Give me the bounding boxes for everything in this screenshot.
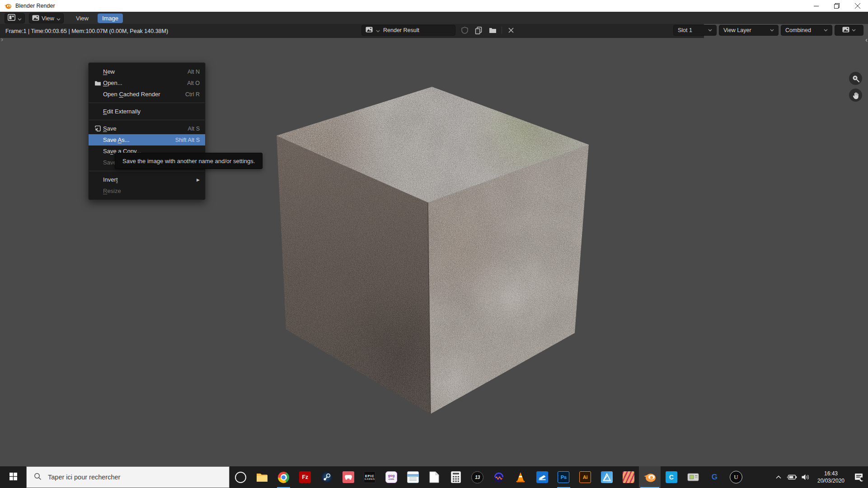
tooltip-text: Save the image with another name and/or …	[122, 158, 255, 164]
render-pass-label: Combined	[785, 27, 811, 33]
menu-view[interactable]: View	[71, 14, 93, 23]
taskbar-app-gog[interactable]: gogcom	[380, 466, 402, 488]
menu-item-resize: Resize	[89, 185, 205, 197]
menu-item-new[interactable]: New Alt N	[89, 66, 205, 77]
zoom-button[interactable]	[849, 72, 862, 85]
taskbar-app-vlc[interactable]	[510, 466, 531, 488]
system-tray: 16:43 20/03/2020	[772, 466, 868, 488]
region-expand-left-icon[interactable]: ›	[1, 35, 3, 43]
image-name: Render Result	[383, 27, 419, 33]
volume-icon[interactable]	[798, 466, 812, 488]
menu-image[interactable]: Image	[98, 14, 123, 23]
taskbar-app-game-controller[interactable]	[338, 466, 359, 488]
chevron-down-icon	[376, 26, 380, 34]
render-pass-dropdown[interactable]: Combined	[781, 25, 832, 36]
view-layer-dropdown[interactable]: View Layer	[719, 25, 779, 36]
image-datablock-field[interactable]: Render Result	[361, 25, 455, 36]
region-collapse-right-icon[interactable]: ‹	[865, 36, 868, 43]
taskbar-app-printer-device[interactable]	[682, 466, 704, 488]
display-mode-label: View	[42, 15, 54, 22]
submenu-arrow-icon: ▶	[197, 178, 200, 182]
menu-item-save[interactable]: Save Alt S	[89, 123, 205, 134]
picture-icon	[842, 27, 849, 34]
tray-time: 16:43	[824, 470, 838, 477]
taskbar-app-explorer[interactable]	[251, 466, 273, 488]
taskbar-app-affinity-designer[interactable]	[596, 466, 618, 488]
action-center-button[interactable]	[850, 466, 868, 488]
display-channels-dropdown[interactable]	[835, 25, 863, 36]
slot-label: Slot 1	[678, 27, 692, 33]
new-image-copy-icon[interactable]	[474, 27, 483, 34]
view-layer-label: View Layer	[723, 27, 751, 33]
tray-date: 20/03/2020	[817, 477, 845, 484]
browse-image-icon	[366, 26, 373, 34]
taskbar-app-chrome[interactable]	[273, 466, 295, 488]
tooltip: Save the image with another name and/or …	[115, 153, 263, 169]
slot-dropdown[interactable]: Slot 1	[673, 25, 717, 36]
image-editor-icon	[8, 14, 15, 23]
divider	[502, 27, 502, 34]
taskbar-app-g-app[interactable]: G	[704, 466, 725, 488]
taskbar-app-filezilla[interactable]: Fz	[294, 466, 316, 488]
menu-separator	[89, 171, 205, 171]
image-viewport[interactable]: › ‹	[0, 38, 868, 466]
taskbar-app-illustrator[interactable]: Ai	[574, 466, 596, 488]
taskbar-app-audacity[interactable]	[488, 466, 510, 488]
folder-icon	[92, 80, 103, 86]
render-info-bar: Frame:1 | Time:00:03.65 | Mem:100.07M (0…	[0, 24, 704, 38]
blender-logo-icon	[4, 3, 12, 9]
battery-icon[interactable]	[785, 466, 798, 488]
menu-item-open-cached-render[interactable]: Open Cached Render Ctrl R	[89, 89, 205, 100]
display-mode-dropdown[interactable]: View	[29, 13, 64, 23]
restore-button[interactable]	[826, 0, 847, 12]
taskbar-app-document[interactable]	[424, 466, 446, 488]
taskbar-app-calculator[interactable]	[445, 466, 467, 488]
start-button[interactable]	[0, 466, 26, 488]
editor-header: View View Image Render Result	[0, 12, 868, 24]
menu-item-open[interactable]: Open... Alt O	[89, 77, 205, 89]
search-input[interactable]	[47, 473, 211, 481]
search-icon	[34, 473, 42, 482]
windows-taskbar: FzEPICGAMESgogcom13PsAiCGU 16:43 20/03/2…	[0, 466, 868, 488]
render-stats-text: Frame:1 | Time:00:03.65 | Mem:100.07M (0…	[5, 28, 168, 34]
windows-logo-icon	[9, 473, 17, 482]
taskbar-app-steam[interactable]	[316, 466, 338, 488]
clock[interactable]: 16:43 20/03/2020	[812, 466, 850, 488]
cortana-button[interactable]	[230, 466, 251, 488]
menu-item-invert[interactable]: Invert ▶	[89, 174, 205, 185]
image-menu-panel: New Alt N Open... Alt O Open Cached Rend…	[88, 62, 206, 200]
save-icon	[92, 125, 103, 132]
window-title: Blender Render	[15, 3, 55, 9]
menu-item-save-as[interactable]: Save As... Shift Alt S	[89, 134, 205, 145]
screen: Blender Render	[0, 0, 868, 488]
taskbar-app-epic[interactable]: EPICGAMES	[359, 466, 380, 488]
taskbar-app-notepad[interactable]	[402, 466, 424, 488]
taskbar-apps: FzEPICGAMESgogcom13PsAiCGU	[251, 466, 747, 488]
chevron-down-icon	[18, 14, 22, 23]
menu-item-edit-externally[interactable]: Edit Externally	[89, 106, 205, 117]
menu-separator	[89, 103, 205, 103]
picture-icon	[32, 14, 39, 23]
taskbar-app-blender[interactable]	[639, 466, 661, 488]
taskbar-app-app-13[interactable]: 13	[467, 466, 488, 488]
taskbar-app-photoshop[interactable]: Ps	[553, 466, 575, 488]
close-button[interactable]	[847, 0, 868, 12]
taskbar-app-unreal[interactable]: U	[725, 466, 747, 488]
editor-type-dropdown[interactable]	[5, 13, 25, 23]
pan-hand-button[interactable]	[849, 89, 862, 102]
fake-user-shield-icon[interactable]	[460, 27, 469, 34]
taskbar-app-affinity-publisher[interactable]	[618, 466, 639, 488]
tray-chevron-up[interactable]	[772, 466, 785, 488]
unlink-x-icon[interactable]	[506, 28, 516, 33]
window-titlebar: Blender Render	[0, 0, 868, 12]
menu-separator	[89, 120, 205, 120]
taskbar-app-scan[interactable]	[531, 466, 553, 488]
minimize-button[interactable]	[806, 0, 826, 12]
taskbar-app-cura[interactable]: C	[661, 466, 682, 488]
open-image-folder-icon[interactable]	[488, 27, 497, 33]
chevron-down-icon	[56, 14, 61, 23]
taskbar-search[interactable]	[26, 466, 230, 488]
cortana-icon	[235, 472, 246, 483]
